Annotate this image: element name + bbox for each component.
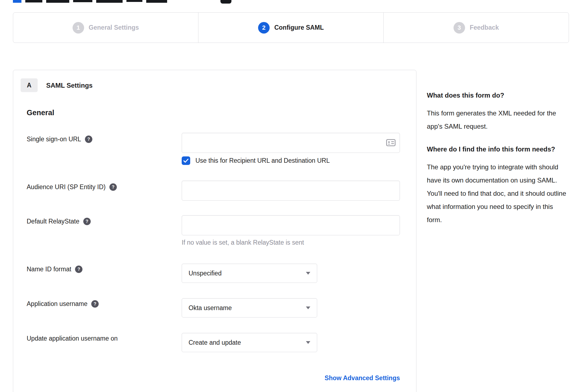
help-q1-body: This form generates the XML needed for t… (427, 107, 568, 133)
clipped-header-icon (220, 0, 231, 4)
name-id-format-label-text: Name ID format (27, 266, 71, 273)
recipient-url-checkbox-label: Use this for Recipient URL and Destinati… (195, 157, 330, 164)
name-id-format-help-icon[interactable]: ? (75, 266, 82, 273)
relay-state-label-text: Default RelayState (27, 218, 79, 225)
chevron-down-icon (306, 341, 310, 344)
relay-state-input[interactable] (182, 215, 400, 235)
clipped-header-fragment (25, 0, 42, 2)
application-username-label: Application username ? (27, 300, 99, 308)
step-label: Configure SAML (274, 24, 324, 31)
step-number: 1 (73, 22, 84, 34)
check-icon (183, 159, 189, 163)
sso-url-help-icon[interactable]: ? (85, 136, 92, 143)
name-id-format-select[interactable]: Unspecified (182, 264, 317, 283)
relay-state-label: Default RelayState ? (27, 218, 91, 225)
application-username-help-icon[interactable]: ? (91, 300, 99, 308)
recipient-url-checkbox[interactable] (182, 156, 190, 165)
audience-uri-label: Audience URI (SP Entity ID) ? (27, 183, 117, 191)
clipped-header-fragment (46, 0, 69, 3)
relay-state-help-icon[interactable]: ? (83, 218, 91, 225)
sso-url-label: Single sign-on URL ? (27, 136, 92, 143)
sso-url-input[interactable] (182, 133, 400, 153)
update-username-select[interactable]: Create and update (182, 333, 317, 352)
contact-card-icon (386, 139, 396, 146)
chevron-down-icon (306, 307, 310, 309)
audience-uri-input[interactable] (182, 181, 400, 201)
step-general-settings[interactable]: 1 General Settings (13, 13, 198, 43)
name-id-format-label: Name ID format ? (27, 266, 82, 273)
audience-uri-label-text: Audience URI (SP Entity ID) (27, 183, 106, 191)
help-q2-body: The app you're trying to integrate with … (427, 161, 568, 227)
step-number: 2 (258, 22, 270, 34)
clipped-header-fragment (13, 0, 21, 3)
name-id-format-value: Unspecified (189, 270, 222, 277)
update-username-value: Create and update (189, 339, 241, 346)
sso-url-label-text: Single sign-on URL (27, 136, 81, 143)
recipient-url-checkbox-row: Use this for Recipient URL and Destinati… (182, 156, 330, 165)
update-username-label: Update application username on (27, 335, 118, 342)
clipped-header-fragment (126, 0, 142, 2)
update-username-label-text: Update application username on (27, 335, 118, 342)
step-number: 3 (454, 22, 465, 34)
application-username-value: Okta username (189, 304, 232, 312)
step-feedback[interactable]: 3 Feedback (383, 13, 569, 43)
audience-uri-help-icon[interactable]: ? (109, 183, 117, 191)
help-panel: What does this form do? This form genera… (427, 91, 568, 238)
saml-settings-card: A SAML Settings General Single sign-on U… (13, 70, 416, 392)
section-title: SAML Settings (46, 82, 93, 89)
relay-state-helper: If no value is set, a blank RelayState i… (182, 239, 304, 246)
step-label: General Settings (89, 24, 139, 31)
clipped-header-fragment (73, 0, 92, 2)
general-heading: General (27, 109, 54, 117)
application-username-select[interactable]: Okta username (182, 298, 317, 318)
step-label: Feedback (470, 24, 499, 31)
clipped-header-fragment (96, 0, 123, 3)
chevron-down-icon (306, 272, 310, 275)
wizard-stepper: 1 General Settings 2 Configure SAML 3 Fe… (13, 12, 569, 43)
section-badge: A (21, 78, 38, 92)
help-q2-title: Where do I find the info this form needs… (427, 145, 568, 154)
show-advanced-settings-link[interactable]: Show Advanced Settings (182, 374, 400, 382)
clipped-header-fragment (146, 0, 167, 3)
application-username-label-text: Application username (27, 300, 87, 308)
step-configure-saml[interactable]: 2 Configure SAML (198, 13, 383, 43)
help-q1-title: What does this form do? (427, 91, 568, 100)
